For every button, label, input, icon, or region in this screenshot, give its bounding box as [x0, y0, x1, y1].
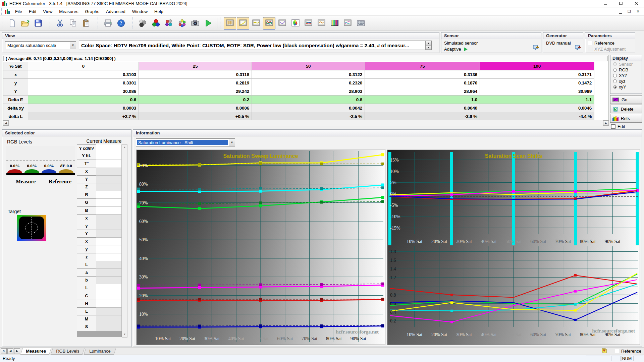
cell-y-25[interactable]: 29.242: [139, 87, 252, 96]
column-header-100[interactable]: 100: [480, 62, 594, 70]
saturation-scale-select[interactable]: Magenta saturation scale ▼: [5, 41, 76, 49]
colorspace-spinner[interactable]: ▲▼: [425, 41, 431, 50]
radio-icon[interactable]: [613, 85, 617, 89]
measure-row-value[interactable]: [96, 230, 122, 238]
tab-scroll-left-icon[interactable]: ◀: [7, 348, 13, 354]
menu-item-graphs[interactable]: Graphs: [82, 8, 103, 15]
measure-row-value[interactable]: [96, 215, 122, 222]
radio-icon[interactable]: [613, 68, 617, 72]
grayscale-measure-button[interactable]: [137, 17, 149, 29]
tab-measures[interactable]: Measures: [20, 348, 51, 355]
measure-row-value[interactable]: [96, 253, 122, 261]
color-shift-view-button[interactable]: [263, 17, 275, 29]
measure-row-value[interactable]: [96, 168, 122, 176]
measure-table-scrollbar[interactable]: ▲ ▼: [122, 144, 127, 338]
column-header-50[interactable]: 50: [252, 62, 365, 70]
menu-item-edit[interactable]: Edit: [25, 8, 40, 15]
measure-row-value[interactable]: [96, 308, 122, 315]
cell-y-0[interactable]: 0.3301: [28, 79, 139, 87]
tab-luminance[interactable]: Luminance: [84, 348, 116, 355]
edit-checkbox[interactable]: Edit: [611, 124, 625, 129]
cell-y-50[interactable]: 0.2320: [252, 79, 365, 87]
luminance-curve-view-button[interactable]: [276, 17, 288, 29]
saturation-sweep-luminance-chart[interactable]: 90%80%70%60%50%40%30%20%10%10% Sat20% Sa…: [136, 149, 385, 345]
cell-x-50[interactable]: 0.3122: [252, 70, 365, 79]
display-radio-xyz[interactable]: XYZ: [610, 73, 642, 78]
measure-row-value[interactable]: [96, 284, 122, 292]
measure-row-value[interactable]: [96, 277, 122, 284]
minimize-button[interactable]: [598, 0, 613, 7]
information-select[interactable]: Saturation Luminance - Shift ▼: [136, 138, 235, 146]
snapshot-button[interactable]: [189, 17, 201, 29]
scroll-up-icon[interactable]: ▲: [122, 145, 127, 150]
measure-row-value[interactable]: [96, 183, 122, 191]
cell-delta-e-50[interactable]: 0.8: [252, 96, 365, 104]
generator-config-icon[interactable]: [575, 45, 581, 51]
new-document-button[interactable]: [6, 17, 18, 29]
table-horizontal-scrollbar[interactable]: ◀ ▶: [3, 120, 609, 126]
cut-button[interactable]: [54, 17, 66, 29]
cell-delta-e-75[interactable]: 1.0: [365, 96, 480, 104]
radio-icon[interactable]: [613, 74, 617, 77]
cell-delta-l-100[interactable]: -4.4 %: [480, 112, 594, 121]
measure-row-value[interactable]: [96, 292, 122, 300]
cell-delta-l-0[interactable]: +2.7 %: [28, 112, 139, 121]
cell-y-100[interactable]: 0.1472: [480, 79, 594, 87]
scroll-down-icon[interactable]: ▼: [122, 332, 127, 337]
color-bars-view-button[interactable]: [328, 17, 341, 29]
tab-rgb-levels[interactable]: RGB Levels: [51, 348, 85, 355]
sensor-start-icon[interactable]: [464, 47, 468, 51]
measure-row-value[interactable]: [96, 144, 122, 152]
measures-table-view-button[interactable]: [224, 17, 236, 29]
measure-row-value[interactable]: [96, 315, 122, 323]
reference-checkbox[interactable]: Reference: [615, 349, 641, 354]
column-header-75[interactable]: 75: [365, 62, 480, 70]
delete-button[interactable]: Delete: [610, 105, 642, 113]
copy-button[interactable]: [67, 17, 79, 29]
cell-delta-xy-100[interactable]: 0.0046: [480, 104, 594, 112]
free-colors-measure-button[interactable]: [176, 17, 188, 29]
cell-x-25[interactable]: 0.3118: [139, 70, 252, 79]
cell-y-100[interactable]: 30.989: [480, 87, 594, 96]
measure-row-value[interactable]: [96, 152, 122, 160]
scroll-right-icon[interactable]: ▶: [603, 120, 609, 126]
measure-row-value[interactable]: [96, 238, 122, 245]
measure-row-value[interactable]: [96, 269, 122, 277]
cell-y-0[interactable]: 30.086: [28, 87, 139, 96]
tab-scroll-right-icon[interactable]: ▶: [14, 348, 20, 354]
paste-button[interactable]: [80, 17, 92, 29]
measure-row-value[interactable]: [96, 300, 122, 308]
print-button[interactable]: [102, 17, 114, 29]
measure-row-value[interactable]: [96, 191, 122, 199]
cell-x-100[interactable]: 0.3171: [480, 70, 594, 79]
secondaries-measure-button[interactable]: [163, 17, 175, 29]
neutral-scale-view-button[interactable]: [250, 17, 262, 29]
parameters-checkbox-reference[interactable]: Reference: [588, 41, 635, 46]
measure-row-value[interactable]: [96, 222, 122, 230]
measure-row-value[interactable]: [96, 245, 122, 253]
mdi-close-icon[interactable]: ✕: [635, 9, 641, 14]
cell-delta-l-50[interactable]: -2.5 %: [252, 112, 365, 121]
document-icon[interactable]: [5, 9, 10, 14]
cell-delta-xy-0[interactable]: 0.0003: [28, 104, 139, 112]
cell-y-25[interactable]: 0.2819: [139, 79, 252, 87]
measure-row-value[interactable]: [96, 261, 122, 269]
cell-y-75[interactable]: 28.964: [365, 87, 480, 96]
edit-checkbox-box[interactable]: [611, 124, 615, 129]
measure-row-value[interactable]: [96, 160, 122, 168]
cell-delta-e-25[interactable]: 0.2: [139, 96, 252, 104]
radio-icon[interactable]: [613, 79, 617, 83]
menu-item-measures[interactable]: Measures: [56, 8, 82, 15]
cell-delta-l-25[interactable]: +0.5 %: [139, 112, 252, 121]
go-button[interactable]: Go: [610, 95, 642, 104]
cell-y-75[interactable]: 0.1870: [365, 79, 480, 87]
cell-delta-xy-50[interactable]: 0.0042: [252, 104, 365, 112]
spinner-up-icon[interactable]: ▲: [426, 41, 431, 45]
open-file-button[interactable]: [19, 17, 31, 29]
display-radio-xyz[interactable]: xyz: [610, 78, 642, 84]
primaries-measure-button[interactable]: [150, 17, 162, 29]
menu-item-window[interactable]: Window: [129, 8, 151, 15]
measure-row-value[interactable]: [96, 176, 122, 183]
maximize-button[interactable]: [613, 0, 629, 7]
reference-checkbox-box[interactable]: [615, 349, 619, 353]
